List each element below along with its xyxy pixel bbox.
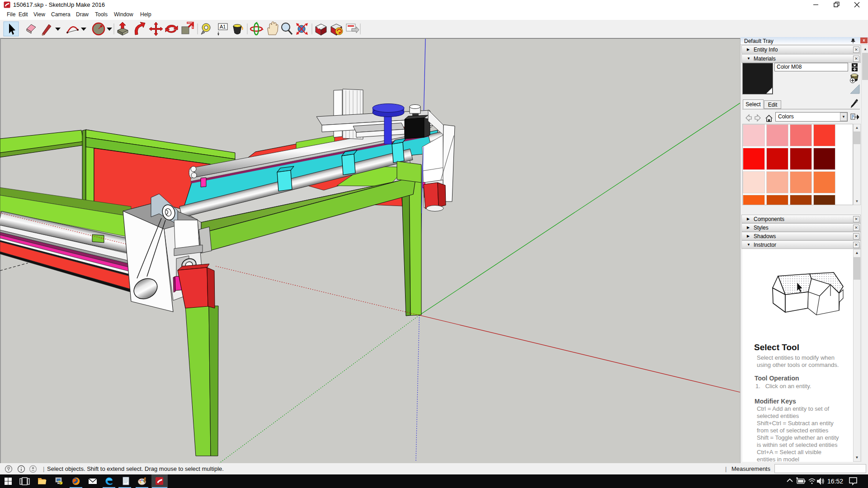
svg-text:A1: A1 (220, 24, 226, 29)
svg-text:16:52: 16:52 (827, 478, 843, 485)
